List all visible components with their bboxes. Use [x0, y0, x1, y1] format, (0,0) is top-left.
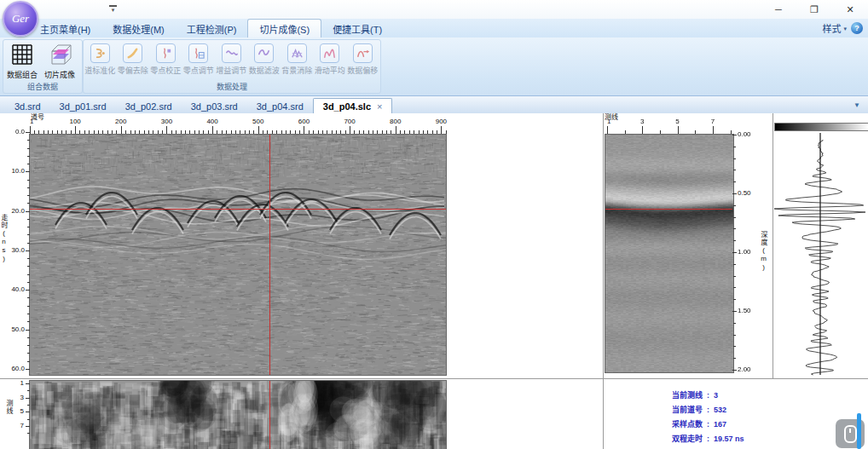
quick-access-more-icon[interactable]: ▾ [109, 5, 117, 14]
axis-tick [240, 130, 240, 134]
crosshair-horizontal[interactable] [30, 209, 446, 210]
axis-tick [382, 130, 383, 134]
vertical-splitter-2[interactable] [773, 113, 773, 378]
crossline-view[interactable] [605, 134, 734, 373]
axis-tick [199, 130, 200, 134]
axis-tick [26, 171, 30, 172]
axis-tick [27, 243, 30, 244]
menu-tab-2[interactable]: 工程检测(P) [176, 19, 248, 37]
ribbon-button-0-0[interactable]: 数据组合 [3, 41, 41, 80]
axis-tick [27, 282, 30, 283]
document-tab-3[interactable]: 3d_p03.srd [182, 99, 247, 113]
data-filter-icon [254, 43, 274, 63]
background-remove-icon [287, 43, 307, 63]
axis-tick [733, 181, 736, 182]
axis-tick [222, 130, 223, 134]
axis-tick [26, 211, 30, 212]
axis-tick [409, 130, 410, 134]
application-window: Ger ▾ ─ ❐ ✕ 主页菜单(H)数据处理(M)工程检测(P)切片成像(S)… [0, 0, 868, 449]
document-tab-label: 3d_p02.srd [125, 101, 172, 112]
axis-tick-label: 0.0 [3, 129, 25, 135]
ribbon-button-label: 道标准化 [84, 65, 115, 76]
line-view-depth-cursor[interactable] [605, 209, 732, 210]
bscan-main-view[interactable] [29, 134, 447, 376]
axis-tick [166, 126, 167, 134]
slice-view-trace-cursor[interactable] [269, 381, 270, 449]
axis-tick [27, 274, 30, 275]
axis-tick [386, 130, 387, 134]
axis-tick-label: 0.00 [738, 131, 751, 138]
close-button[interactable]: ✕ [832, 0, 868, 19]
axis-tick [139, 130, 140, 134]
ribbon: 数据组合切片成像组合数据道标准化零偏去除零点校正零点调节增益调节数据滤波背景消除… [0, 37, 868, 96]
scroll-indicator[interactable] [857, 413, 861, 449]
tab-close-icon[interactable]: × [377, 101, 382, 112]
axis-tick [27, 156, 30, 157]
axis-tick [27, 203, 30, 204]
axis-tick [678, 126, 679, 134]
trace-waveform-view[interactable] [773, 131, 867, 377]
ribbon-button-label: 增益调节 [216, 65, 246, 76]
menu-tab-1[interactable]: 数据处理(M) [101, 19, 176, 37]
axis-tick-label: 1.50 [738, 308, 751, 314]
ribbon-button-label: 数据偏移 [347, 65, 378, 76]
time-slice-view[interactable] [29, 380, 447, 449]
axis-tick [43, 130, 44, 134]
axis-tick [27, 361, 30, 362]
axis-tick-label: 500 [252, 118, 263, 125]
ribbon-button-1-4: 增益调节 [215, 41, 248, 76]
document-tab-5[interactable]: 3d_p04.slc× [313, 98, 393, 113]
axis-tick [322, 130, 323, 134]
help-icon[interactable]: ? [851, 22, 863, 34]
document-tab-0[interactable]: 3d.srd [5, 99, 50, 113]
axis-tick [34, 130, 35, 134]
axis-tick [27, 345, 30, 346]
menu-tab-3[interactable]: 切片成像(S) [247, 19, 321, 37]
axis-tick [130, 130, 131, 134]
minimize-button[interactable]: ─ [761, 0, 796, 19]
axis-tick [153, 130, 153, 134]
zero-offset-remove-icon [123, 43, 142, 63]
axis-tick [733, 170, 736, 170]
tab-overflow-icon[interactable]: ▼ [854, 101, 860, 109]
document-tab-1[interactable]: 3d_p01.srd [50, 99, 116, 113]
axis-tick [171, 130, 172, 134]
axis-tick [26, 290, 30, 291]
axis-tick [295, 130, 296, 134]
axis-tick [27, 353, 30, 354]
horizontal-splitter[interactable] [0, 378, 868, 379]
ribbon-button-label: 背景消除 [281, 65, 312, 76]
title-bar: Ger ▾ ─ ❐ ✕ [0, 0, 868, 19]
axis-tick [733, 147, 736, 147]
gain-adjust-icon [222, 43, 241, 63]
style-dropdown-arrow-icon[interactable]: ▾ [843, 26, 847, 32]
axis-tick [135, 130, 136, 134]
info-label: 双程走时 [672, 435, 703, 443]
ribbon-button-label: 零点调节 [183, 65, 214, 76]
menu-tab-4[interactable]: 便捷工具(T) [321, 19, 393, 37]
ribbon-button-0-1[interactable]: 切片成像 [41, 41, 78, 80]
ribbon-group-label: 组合数据 [3, 81, 82, 92]
axis-tick [427, 130, 428, 134]
document-tab-4[interactable]: 3d_p04.srd [247, 99, 313, 113]
app-logo-icon[interactable]: Ger [3, 1, 38, 37]
menu-right: 样式 ▾ ? [822, 21, 863, 35]
restore-button[interactable]: ❐ [796, 0, 832, 19]
axis-tick [400, 130, 401, 134]
axis-tick [249, 130, 250, 134]
axis-tick-label: 1 [30, 118, 33, 125]
axis-tick [253, 130, 254, 134]
crosshair-vertical[interactable] [269, 135, 270, 375]
axis-tick [26, 330, 30, 331]
vertical-splitter-1[interactable] [603, 113, 604, 449]
axis-tick [71, 130, 72, 134]
axis-tick [27, 405, 30, 406]
axis-tick-label: 50.0 [3, 326, 25, 333]
menu-tab-0[interactable]: 主页菜单(H) [29, 19, 101, 37]
style-dropdown[interactable]: 样式 [822, 21, 841, 35]
axis-tick-label: 7 [711, 118, 715, 125]
document-tab-2[interactable]: 3d_p02.srd [116, 99, 182, 113]
axis-tick-label: 10.0 [3, 168, 25, 175]
info-value: 532 [714, 406, 726, 414]
axis-tick-label: 400 [206, 118, 217, 125]
